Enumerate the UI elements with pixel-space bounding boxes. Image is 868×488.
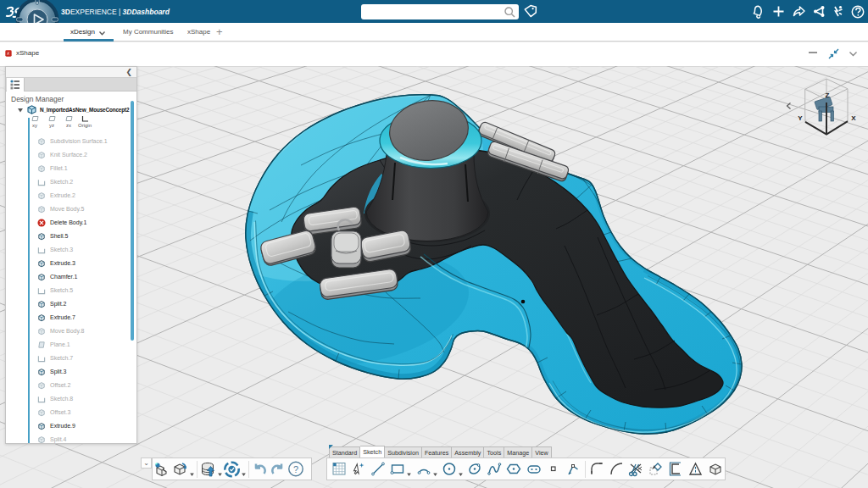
svg-text:Y: Y <box>798 114 803 122</box>
svg-text:X: X <box>851 114 856 122</box>
svg-text:?: ? <box>293 464 298 474</box>
svg-text:Z: Z <box>826 92 830 99</box>
